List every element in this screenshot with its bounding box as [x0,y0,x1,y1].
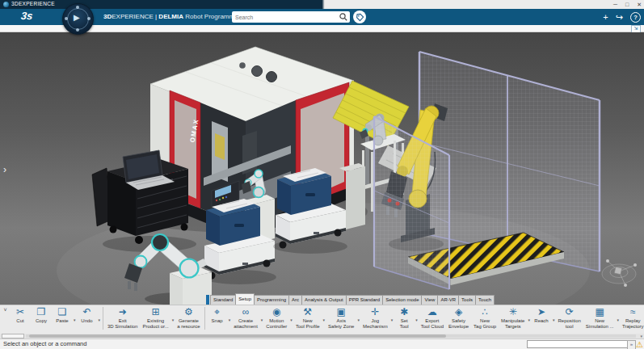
help-button[interactable]: ? [630,12,641,23]
new-tool-profile-button[interactable]: ⚒NewTool Profile [293,305,322,333]
reach-button[interactable]: ➤Reach [531,305,552,333]
button-label: Tool [400,324,409,330]
3d-viewport[interactable]: OMAX [0,32,644,305]
warning-icon[interactable]: ⚠ [636,339,643,349]
dropdown-caret[interactable]: ▾ [553,305,555,322]
tab-ppr-standard[interactable]: PPR Standard [346,295,383,305]
export-tool-cloud-button[interactable]: ☁ExportTool Cloud [419,305,446,333]
tab-arc[interactable]: Arc [288,295,302,305]
search-box[interactable] [232,11,350,23]
safety-envelope-button[interactable]: ◈SafetyEnvelope [446,305,471,333]
tag-button[interactable] [353,11,366,23]
dropdown-caret[interactable]: ▾ [74,305,76,322]
snap-button[interactable]: ⌖Snap [207,305,228,333]
button-label: 3D Simulation [107,324,137,330]
button-label: Motion [269,318,284,324]
tab-setup[interactable]: Setup [235,293,255,305]
tab-tools[interactable]: Tools [458,295,476,305]
command-input[interactable] [527,340,629,348]
compass-west-icon [65,17,68,20]
dropdown-caret[interactable]: ▾ [357,305,360,322]
button-label: New [303,318,313,324]
safety-envelope-icon: ◈ [455,307,462,318]
exit-3d-simulation-button[interactable]: ➜Exit3D Simulation [105,305,140,333]
brand-3d: 3D [103,13,112,20]
tab-ar-vr[interactable]: AR-VR [437,295,459,305]
toolbar-overflow-chevron[interactable]: ˅ [1,305,10,315]
toolbar-separator [103,307,103,330]
compass-south-icon [76,28,79,32]
paste-button[interactable]: ❏Paste [52,305,73,333]
button-label: Controller [266,324,287,330]
status-bar: Select an object or a command » ⚠ [0,338,644,349]
new-simulation-button[interactable]: ▦NewSimulation ... [583,305,617,333]
close-button[interactable]: ✕ [637,0,642,9]
dropdown-caret[interactable]: ▾ [323,305,326,322]
generate-resource-button[interactable]: ⚙Generatea resource [175,305,202,333]
compass-app-badge[interactable]: ▶ [62,3,94,35]
toolbar-tab-bar: StandardSetupProgrammingArcAnalysis & Ou… [206,293,494,305]
button-label: Tool Cloud [421,324,444,330]
cut-button[interactable]: ✂Cut [10,305,31,333]
copy-button[interactable]: ❐Copy [31,305,52,333]
exit-simulation-icon: ➜ [119,307,127,318]
dropdown-caret[interactable]: ▾ [415,305,418,322]
minimize-button[interactable]: ─ [613,0,617,9]
button-label: Manipulate [501,318,524,324]
new-tag-group-button[interactable]: ∴NewTag Group [471,305,499,333]
dropdown-caret[interactable]: ▾ [528,305,530,322]
compass-north-icon [76,6,79,9]
dropdown-caret[interactable]: ▾ [391,305,394,322]
search-icon[interactable] [339,12,348,22]
existing-product-button[interactable]: ⊞ExistingProduct or... [140,305,170,333]
window-titlebar: 3DEXPERIENCE ─ □ ✕ [0,0,644,9]
reposition-tool-button[interactable]: ⟳Repositiontool [555,305,583,333]
dropdown-caret[interactable]: ▾ [229,305,231,322]
sub-strip: ⇲ [0,25,644,32]
new-simulation-icon: ▦ [596,307,604,318]
button-label: Reposition [558,318,580,324]
manipulate-targets-button[interactable]: ✳ManipulateTargets [499,305,527,333]
motion-controller-button[interactable]: ◉MotionController [263,305,289,333]
scrollbar-thumb[interactable] [29,334,446,338]
brand-delmia: DELMIA [158,13,183,20]
button-label: Jog [371,318,379,324]
button-label: New [595,318,604,324]
axis-safety-zone-button[interactable]: ▣AxisSafety Zone [326,305,356,333]
jog-mechanism-button[interactable]: ✛JogMechanism [360,305,390,333]
tab-bar-accent [206,295,209,305]
search-input[interactable] [232,15,339,20]
replay-trajectory-button[interactable]: ≈ReplayTrajectory [620,305,644,333]
undo-button[interactable]: ↶Undo [77,305,98,333]
app-bar: 3s 3DEXPERIENCE | DELMIA Robot Programmi… [0,9,644,25]
dropdown-caret[interactable]: ▾ [261,305,263,322]
share-button[interactable]: ↪ [616,9,623,25]
button-label: Generate [179,318,199,324]
tab-selection-mode[interactable]: Selection mode [382,295,422,305]
paste-icon: ❏ [58,307,67,318]
dropdown-caret[interactable]: ▾ [172,305,175,322]
command-input-button[interactable]: » [627,340,636,349]
tab-programming[interactable]: Programming [254,295,289,305]
button-label: Product or... [142,324,168,330]
brand-experience: EXPERIENCE [112,13,154,20]
tab-standard[interactable]: Standard [210,295,236,305]
set-tool-button[interactable]: ✱SetTool [394,305,415,333]
create-attachment-button[interactable]: ∞Createattachment [231,305,260,333]
maximize-button[interactable]: □ [625,0,629,9]
dropdown-caret[interactable]: ▾ [617,305,620,322]
add-content-button[interactable]: + [603,9,608,25]
3d-scene[interactable]: OMAX [0,32,644,305]
left-panel-toggle[interactable]: › [0,162,10,179]
app-window: 3DEXPERIENCE ─ □ ✕ 3s 3DEXPERIENCE | DEL… [0,0,644,349]
manipulate-targets-icon: ✳ [509,307,517,318]
button-label: Set [401,318,408,324]
button-label: Create [238,318,253,324]
button-label: Existing [147,318,164,324]
tab-touch[interactable]: Touch [475,295,495,305]
dropdown-caret[interactable]: ▾ [99,305,101,322]
snap-icon: ⌖ [214,307,220,318]
tab-analysis-output[interactable]: Analysis & Output [301,295,347,305]
tab-view[interactable]: View [421,295,438,305]
dropdown-caret[interactable]: ▾ [290,305,293,322]
